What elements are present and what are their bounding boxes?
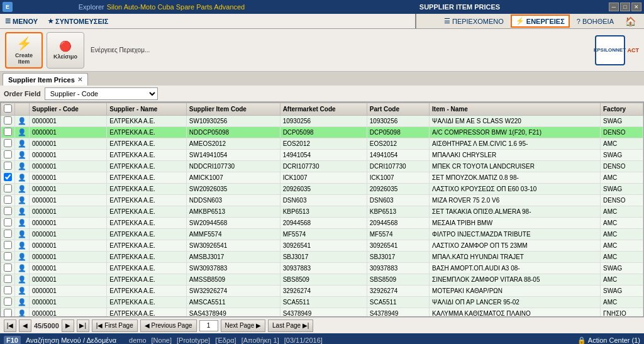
table-row[interactable]: 👤 0000001 ΕΛΤΡΕΚΚΑ Α.Ε. SW20926035 20926… [1, 184, 643, 195]
row-item-name: A/C COMPRESSOR BMW 1(F20, F21) [430, 127, 601, 138]
row-checkbox-cell [1, 218, 15, 229]
row-checkbox-cell [1, 297, 15, 308]
table-row[interactable]: 👤 0000001 ΕΛΤΡΕΚΚΑ Α.Ε. AMEOS2012 EOS201… [1, 138, 643, 150]
row-checkbox-cell [1, 274, 15, 286]
select-all-checkbox[interactable] [4, 104, 12, 113]
row-checkbox[interactable] [4, 264, 12, 272]
table-row[interactable]: 👤 0000001 ΕΛΤΡΕΚΚΑ Α.Ε. AMSCA5511 SCA551… [1, 297, 643, 308]
first-page-btn[interactable]: |◀ First Page [92, 319, 138, 332]
table-row[interactable]: 👤 0000001 ΕΛΤΡΕΚΚΑ Α.Ε. SAS4378949 S4378… [1, 308, 643, 317]
table-row[interactable]: 👤 0000001 ΕΛΤΡΕΚΚΑ Α.Ε. NDDCP05098 DCP05… [1, 127, 643, 138]
row-checkbox[interactable] [4, 309, 12, 316]
row-item-name: ΛΑΣΤΙΧΟ ΚΡΟΥΣΕΩΣ ΟΠ Ε60 03-10 [430, 184, 601, 195]
row-supplier-name: ΕΛΤΡΕΚΚΑ Α.Ε. [107, 263, 187, 274]
status-edra: [Έδρα] [215, 336, 236, 344]
row-checkbox[interactable] [4, 162, 12, 170]
tab-supplier-item-prices[interactable]: Supplier Item Prices ✕ [3, 73, 88, 86]
action-center[interactable]: 🔒 Action Center (1) [577, 336, 640, 345]
row-checkbox-cell [1, 184, 15, 195]
row-checkbox[interactable] [4, 218, 12, 226]
menu-item-shortcuts[interactable]: ★ ΣΥΝΤΟΜΕΥΣΕΙΣ [45, 16, 111, 26]
table-row[interactable]: 👤 0000001 ΕΛΤΡΕΚΚΑ Α.Ε. NDDSN603 DSN603 … [1, 195, 643, 206]
page-number-input[interactable] [199, 320, 218, 331]
pagination-bar: |◀ ◀ 45/5000 ▶ ▶| |◀ First Page ◀ Previo… [0, 317, 644, 333]
next-page-btn[interactable]: Next Page ▶ [221, 319, 265, 332]
prev-page-btn[interactable]: ◀ Previous Page [140, 319, 197, 332]
row-supplier-code: 0000001 [30, 116, 107, 127]
row-checkbox[interactable] [4, 150, 12, 158]
close-button[interactable]: ✕ [631, 3, 641, 11]
table-row[interactable]: 👤 0000001 ΕΛΤΡΕΚΚΑ Α.Ε. AMKBP6513 KBP651… [1, 206, 643, 218]
table-row[interactable]: 👤 0000001 ΕΛΤΡΕΚΚΑ Α.Ε. SW14941054 14941… [1, 150, 643, 161]
table-row[interactable]: 👤 0000001 ΕΛΤΡΕΚΚΑ Α.Ε. SW30937883 30937… [1, 263, 643, 274]
minimize-button[interactable]: ─ [609, 3, 619, 11]
row-checkbox[interactable] [4, 116, 12, 125]
row-checkbox[interactable] [4, 297, 12, 306]
row-supplier-code: 0000001 [30, 172, 107, 184]
row-checkbox[interactable] [4, 173, 12, 181]
user-icon: 👤 [18, 309, 26, 316]
create-item-icon: ⚡ [16, 36, 32, 51]
table-wrapper[interactable]: Supplier - Code Supplier - Name Supplier… [1, 103, 643, 316]
row-checkbox[interactable] [4, 241, 12, 249]
table-row[interactable]: 👤 0000001 ΕΛΤΡΕΚΚΑ Α.Ε. AMSSB8509 SBS850… [1, 274, 643, 286]
row-part: DCRI107730 [367, 161, 429, 172]
user-icon: 👤 [18, 287, 26, 294]
boitheia-icon: ? [577, 18, 580, 25]
table-header: Supplier - Code Supplier - Name Supplier… [1, 103, 643, 116]
row-item-name: ΑΙΣΘΗΤΗΡΑΣ Λ ΕΜ.CIVIC 1.6 95- [430, 138, 601, 150]
nav-last-2[interactable]: ▶| [77, 319, 89, 332]
menu-periechomeno[interactable]: ☰ ΠΕΡΙΕΧΟΜΕΝΟ [440, 15, 508, 27]
row-checkbox[interactable] [4, 184, 12, 192]
row-checkbox[interactable] [4, 128, 12, 136]
menu-item-menou[interactable]: ☰ ΜΕΝΟΥ [3, 16, 40, 26]
row-checkbox-cell [1, 240, 15, 252]
row-checkbox-cell [1, 116, 15, 127]
row-supplier-name: ΕΛΤΡΕΚΚΑ Α.Ε. [107, 184, 187, 195]
row-checkbox[interactable] [4, 230, 12, 238]
row-checkbox[interactable] [4, 139, 12, 147]
table-row[interactable]: 👤 0000001 ΕΛΤΡΕΚΚΑ Α.Ε. SW10930256 10930… [1, 116, 643, 127]
row-icon-cell: 👤 [15, 240, 30, 252]
energies-periech-label[interactable]: Ενέργειες Περιεχομ... [88, 45, 591, 55]
row-checkbox[interactable] [4, 207, 12, 215]
row-amc: 30937883 [280, 263, 367, 274]
maximize-button[interactable]: □ [620, 3, 630, 11]
nav-next-2[interactable]: ▶ [62, 319, 74, 332]
home-button[interactable]: 🏠 [621, 14, 640, 28]
row-checkbox[interactable] [4, 252, 12, 260]
table-row[interactable]: 👤 0000001 ΕΛΤΡΕΚΚΑ Α.Ε. SW32926274 32926… [1, 286, 643, 297]
tab-close-icon[interactable]: ✕ [77, 76, 82, 83]
toolbar: ⚡ CreateItem 🔴 Κλείσιμο Ενέργειες Περιεχ… [0, 29, 644, 72]
create-item-label: CreateItem [15, 52, 33, 65]
table-row[interactable]: 👤 0000001 ΕΛΤΡΕΚΚΑ Α.Ε. AMMF5574 MF5574 … [1, 229, 643, 240]
close-button[interactable]: 🔴 Κλείσιμο [47, 32, 84, 69]
row-part: 14941054 [367, 150, 429, 161]
row-checkbox[interactable] [4, 286, 12, 294]
table-body: 👤 0000001 ΕΛΤΡΕΚΚΑ Α.Ε. SW10930256 10930… [1, 116, 643, 317]
row-supplier-code: 0000001 [30, 195, 107, 206]
menu-energeies[interactable]: ⚡ ΕΝΕΡΓΕΙΕΣ [511, 14, 570, 28]
nav-prev-btn[interactable]: ◀ [19, 319, 31, 332]
table-row[interactable]: 👤 0000001 ΕΛΤΡΕΚΚΑ Α.Ε. AMICK1007 ICK100… [1, 172, 643, 184]
table-row[interactable]: 👤 0000001 ΕΛΤΡΕΚΚΑ Α.Ε. SW20944568 20944… [1, 218, 643, 229]
row-item-name: ΜΠΑΛ.ΚΑΤΩ HYUNDAI TRAJET [430, 252, 601, 263]
row-supplier-code: 0000001 [30, 184, 107, 195]
nav-first-btn[interactable]: |◀ [4, 319, 16, 332]
row-checkbox[interactable] [4, 275, 12, 283]
col-sic: Supplier Item Code [186, 103, 280, 116]
row-part: DSN603 [367, 195, 429, 206]
row-supplier-code: 0000001 [30, 308, 107, 317]
row-checkbox[interactable] [4, 196, 12, 204]
last-page-btn[interactable]: Last Page ▶| [268, 319, 313, 332]
user-icon: 👤 [18, 264, 26, 272]
menu-boitheia[interactable]: ? ΒΟΗΘΕΙΑ [572, 16, 618, 27]
order-field-select[interactable]: Supplier - Code Supplier - Name Item Cod… [45, 87, 158, 100]
row-item-name: ΛΑΣΤΙΧΟ ΖΑΜΦΟΡ ΟΠ Τ5 23ΜΜ [430, 240, 601, 252]
table-row[interactable]: 👤 0000001 ΕΛΤΡΕΚΚΑ Α.Ε. SW30926541 30926… [1, 240, 643, 252]
table-row[interactable]: 👤 0000001 ΕΛΤΡΕΚΚΑ Α.Ε. NDDCRI107730 DCR… [1, 161, 643, 172]
table-row[interactable]: 👤 0000001 ΕΛΤΡΕΚΚΑ Α.Ε. AMSBJ3017 SBJ301… [1, 252, 643, 263]
row-amc: 32926274 [280, 286, 367, 297]
periechomeno-label: ΠΕΡΙΕΧΟΜΕΝΟ [452, 18, 504, 25]
create-item-button[interactable]: ⚡ CreateItem [5, 32, 43, 69]
